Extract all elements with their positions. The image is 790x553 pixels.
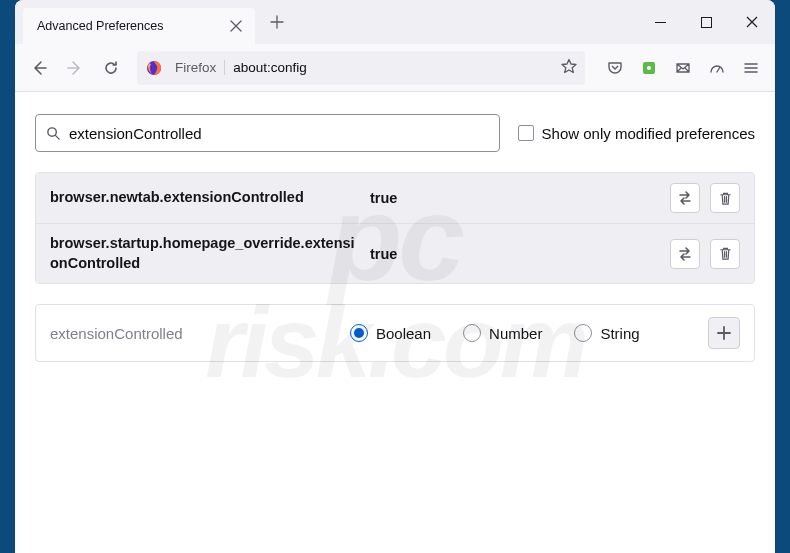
new-pref-row: extensionControlled Boolean Number Strin… [35,304,755,362]
radio-icon [463,324,481,342]
toggle-button[interactable] [670,239,700,269]
identity-label: Firefox [171,60,225,75]
bookmark-star-icon[interactable] [561,58,577,78]
pref-value: true [370,246,660,262]
titlebar: Advanced Preferences [15,0,775,44]
minimize-button[interactable] [637,0,683,44]
radio-label: String [600,325,639,342]
toggle-button[interactable] [670,183,700,213]
search-input[interactable] [69,125,489,142]
radio-number[interactable]: Number [463,324,542,342]
pref-name: browser.newtab.extensionControlled [50,188,360,208]
pocket-icon[interactable] [599,52,631,84]
results-list: browser.newtab.extensionControlled true … [35,172,755,284]
close-tab-icon[interactable] [227,17,245,35]
url-text: about:config [233,60,553,75]
new-pref-name: extensionControlled [50,325,340,342]
window-controls [637,0,775,44]
forward-button[interactable] [59,52,91,84]
radio-label: Boolean [376,325,431,342]
firefox-icon [145,59,163,77]
inbox-icon[interactable] [667,52,699,84]
pref-row[interactable]: browser.startup.homepage_override.extens… [36,223,754,283]
gauge-icon[interactable] [701,52,733,84]
url-bar[interactable]: Firefox about:config [137,51,585,85]
radio-string[interactable]: String [574,324,639,342]
browser-window: Advanced Preferences [15,0,775,553]
row-actions [670,239,740,269]
type-radios: Boolean Number String [350,324,698,342]
browser-tab[interactable]: Advanced Preferences [23,8,255,44]
extension-icon[interactable] [633,52,665,84]
radio-boolean[interactable]: Boolean [350,324,431,342]
delete-button[interactable] [710,183,740,213]
back-button[interactable] [23,52,55,84]
page-content: Show only modified preferences browser.n… [15,92,775,553]
maximize-button[interactable] [683,0,729,44]
pref-value: true [370,190,660,206]
reload-button[interactable] [95,52,127,84]
radio-icon [574,324,592,342]
tab-title: Advanced Preferences [37,19,219,33]
trash-icon [718,191,733,206]
svg-rect-0 [701,17,711,27]
radio-icon [350,324,368,342]
add-pref-button[interactable] [708,317,740,349]
show-modified-checkbox[interactable]: Show only modified preferences [518,125,755,142]
show-modified-label: Show only modified preferences [542,125,755,142]
menu-icon[interactable] [735,52,767,84]
trash-icon [718,246,733,261]
checkbox-icon [518,125,534,141]
row-actions [670,183,740,213]
search-icon [46,126,61,141]
search-box[interactable] [35,114,500,152]
search-row: Show only modified preferences [35,114,755,152]
pref-name: browser.startup.homepage_override.extens… [50,234,360,273]
new-tab-button[interactable] [261,6,293,38]
delete-button[interactable] [710,239,740,269]
url-toolbar: Firefox about:config [15,44,775,92]
swap-icon [677,190,693,206]
pref-row[interactable]: browser.newtab.extensionControlled true [36,173,754,223]
swap-icon [677,246,693,262]
radio-label: Number [489,325,542,342]
plus-icon [717,326,731,340]
svg-point-3 [647,66,651,70]
close-window-button[interactable] [729,0,775,44]
